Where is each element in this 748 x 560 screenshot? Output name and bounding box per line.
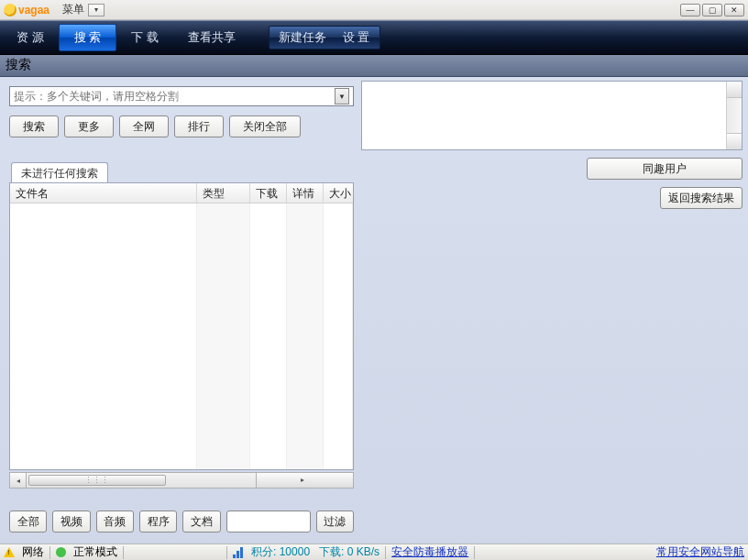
maximize-button[interactable]: ▢ bbox=[702, 4, 722, 16]
mode-ok-icon bbox=[56, 547, 66, 557]
filter-document-button[interactable]: 文档 bbox=[182, 511, 220, 533]
status-mode[interactable]: 正常模式 bbox=[73, 544, 117, 560]
status-link-nav[interactable]: 常用安全网站导航 bbox=[656, 544, 744, 560]
nav-share[interactable]: 查看共享 bbox=[173, 24, 250, 51]
status-bar: 网络 正常模式 积分: 10000 下载: 0 KB/s 安全防毒播放器 常用安… bbox=[0, 544, 748, 560]
app-name: vagaa bbox=[18, 4, 50, 16]
allnet-button[interactable]: 全网 bbox=[119, 115, 169, 137]
nav-new-task[interactable]: 新建任务 bbox=[279, 29, 326, 46]
right-panel: 同趣用户 返回搜索结果 bbox=[361, 77, 748, 544]
results-hscroll[interactable]: ◂ ⋮⋮⋮ ▸ bbox=[9, 472, 354, 489]
nav-search[interactable]: 搜 索 bbox=[59, 24, 117, 51]
status-dl-value: 0 KB/s bbox=[347, 545, 380, 558]
filter-input[interactable] bbox=[226, 511, 311, 533]
menu-label[interactable]: 菜单 bbox=[62, 2, 84, 17]
hscroll-right-icon[interactable]: ▸ bbox=[256, 473, 353, 488]
main-nav: 资 源 搜 索 下 载 查看共享 新建任务 设 置 bbox=[0, 20, 748, 55]
page-subtitle: 搜索 bbox=[0, 55, 748, 77]
nav-resources[interactable]: 资 源 bbox=[2, 24, 59, 51]
menu-dropdown-icon[interactable]: ▾ bbox=[88, 4, 104, 16]
col-detail[interactable]: 详情 bbox=[287, 183, 324, 203]
close-button[interactable]: ✕ bbox=[724, 4, 744, 16]
col-download[interactable]: 下载 bbox=[250, 183, 287, 203]
search-button[interactable]: 搜索 bbox=[9, 115, 59, 137]
nav-settings[interactable]: 设 置 bbox=[343, 29, 370, 46]
search-box[interactable]: ▼ bbox=[9, 86, 354, 106]
results-body bbox=[10, 203, 353, 469]
same-interest-button[interactable]: 同趣用户 bbox=[587, 158, 742, 180]
hscroll-left-icon[interactable]: ◂ bbox=[10, 473, 27, 488]
filter-row: 全部 视频 音频 程序 文档 过滤 bbox=[9, 511, 354, 533]
preview-vscroll[interactable] bbox=[726, 82, 742, 149]
status-link-player[interactable]: 安全防毒播放器 bbox=[391, 544, 468, 560]
results-tabs: 未进行任何搜索 bbox=[9, 163, 354, 183]
status-dl-label: 下载: bbox=[319, 545, 344, 558]
status-score-value: 10000 bbox=[280, 545, 310, 558]
filter-video-button[interactable]: 视频 bbox=[52, 511, 90, 533]
hscroll-thumb[interactable]: ⋮⋮⋮ bbox=[28, 475, 166, 486]
minimize-button[interactable]: — bbox=[680, 4, 700, 16]
titlebar: vagaa 菜单 ▾ — ▢ ✕ bbox=[0, 0, 748, 20]
close-all-button[interactable]: 关闭全部 bbox=[229, 115, 301, 137]
app-logo-icon bbox=[4, 4, 16, 16]
search-dropdown-icon[interactable]: ▼ bbox=[335, 88, 349, 104]
signal-bars-icon bbox=[233, 547, 246, 558]
search-input[interactable] bbox=[14, 90, 335, 103]
status-network[interactable]: 网络 bbox=[22, 544, 44, 560]
filter-program-button[interactable]: 程序 bbox=[139, 511, 177, 533]
status-score-label: 积分: bbox=[251, 545, 276, 558]
col-type[interactable]: 类型 bbox=[197, 183, 250, 203]
col-filename[interactable]: 文件名 bbox=[10, 183, 197, 203]
filter-all-button[interactable]: 全部 bbox=[9, 511, 47, 533]
left-panel: ▼ 搜索 更多 全网 排行 关闭全部 未进行任何搜索 文件名 类型 下载 详情 … bbox=[0, 77, 361, 544]
filter-apply-button[interactable]: 过滤 bbox=[316, 511, 354, 533]
warning-icon bbox=[4, 547, 15, 557]
preview-pane bbox=[361, 81, 742, 150]
more-button[interactable]: 更多 bbox=[64, 115, 114, 137]
nav-download[interactable]: 下 载 bbox=[116, 24, 173, 51]
back-results-button[interactable]: 返回搜索结果 bbox=[660, 187, 742, 209]
rank-button[interactable]: 排行 bbox=[174, 115, 224, 137]
results-list: 文件名 类型 下载 详情 大小 bbox=[9, 183, 354, 470]
tab-no-search[interactable]: 未进行任何搜索 bbox=[11, 162, 108, 182]
filter-audio-button[interactable]: 音频 bbox=[96, 511, 134, 533]
col-size[interactable]: 大小 bbox=[324, 183, 353, 203]
main-area: ▼ 搜索 更多 全网 排行 关闭全部 未进行任何搜索 文件名 类型 下载 详情 … bbox=[0, 77, 748, 544]
nav-special-group: 新建任务 设 置 bbox=[269, 26, 380, 49]
results-header: 文件名 类型 下载 详情 大小 bbox=[10, 183, 353, 203]
